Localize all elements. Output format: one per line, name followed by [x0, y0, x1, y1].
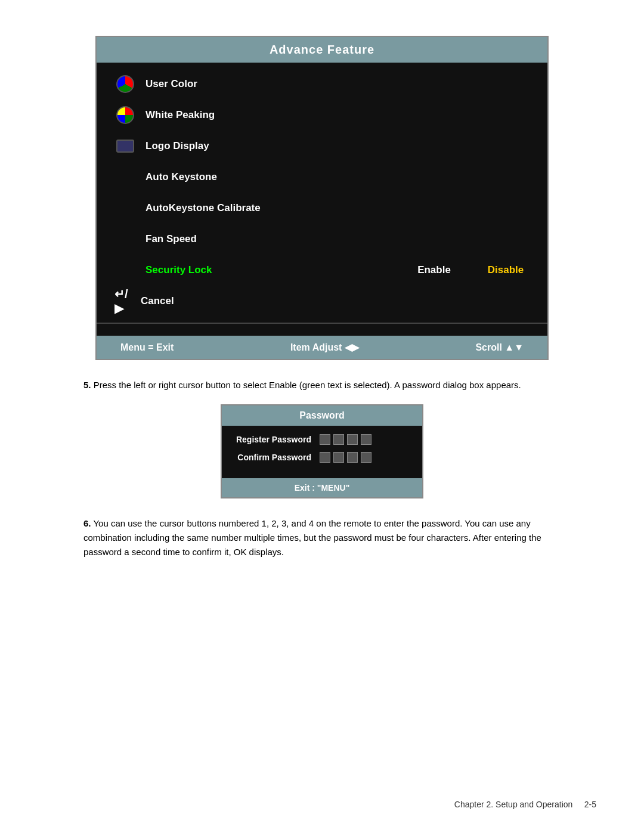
confirm-pw-square-3	[347, 452, 358, 463]
pw-square-3	[347, 434, 358, 445]
page-number: 2-5	[584, 800, 596, 809]
security-lock-disable-option[interactable]: Disable	[482, 264, 530, 276]
pw-square-2	[333, 434, 344, 445]
security-lock-enable-option[interactable]: Enable	[410, 264, 458, 276]
confirm-pw-square-4	[361, 452, 371, 463]
footer-scroll: Scroll ▲▼	[475, 342, 524, 353]
confirm-pw-square-1	[320, 452, 330, 463]
confirm-password-label: Confirm Password	[234, 453, 311, 462]
chapter-label: Chapter 2. Setup and Operation	[454, 800, 572, 809]
menu-item-security-lock[interactable]: Security Lock Enable Disable	[97, 255, 547, 286]
auto-keystone-icon	[114, 166, 136, 188]
adjust-arrows-icon: ◀▶	[345, 342, 359, 352]
menu-item-autokeystone-calibrate[interactable]: AutoKeystone Calibrate	[97, 193, 547, 224]
pw-square-4	[361, 434, 371, 445]
confirm-password-squares	[320, 452, 371, 463]
register-password-squares	[320, 434, 371, 445]
white-peaking-label: White Peaking	[145, 109, 530, 121]
step5-text: Press the left or right cursor button to…	[94, 380, 521, 390]
step6-section: 6. You can use the cursor buttons number…	[83, 516, 561, 559]
security-lock-icon	[114, 259, 136, 281]
menu-item-auto-keystone[interactable]: Auto Keystone	[97, 162, 547, 193]
password-dialog: Password Register Password Confirm Passw…	[221, 404, 423, 498]
autokeystone-calibrate-label: AutoKeystone Calibrate	[145, 202, 530, 214]
confirm-password-row: Confirm Password	[234, 452, 410, 463]
password-dialog-header: Password	[222, 405, 422, 426]
register-password-row: Register Password	[234, 434, 410, 445]
autokeystone-calibrate-icon	[114, 197, 136, 219]
password-dialog-footer: Exit : "MENU"	[222, 478, 422, 497]
menu-item-logo-display[interactable]: Logo Display	[97, 131, 547, 162]
page-footer: Chapter 2. Setup and Operation 2-5	[454, 800, 596, 809]
menu-item-cancel[interactable]: ↵/▶ Cancel	[97, 286, 547, 317]
footer-menu-exit: Menu = Exit	[120, 342, 174, 353]
osd-menu-panel: Advance Feature User Color White Peaking	[95, 36, 549, 360]
auto-keystone-label: Auto Keystone	[145, 171, 530, 183]
cancel-arrow-icon: ↵/▶	[114, 290, 136, 312]
fan-speed-icon	[114, 228, 136, 250]
confirm-pw-square-2	[333, 452, 344, 463]
logo-display-icon	[114, 135, 136, 157]
footer-item-adjust: Item Adjust ◀▶	[290, 342, 359, 353]
menu-item-user-color[interactable]: User Color	[97, 69, 547, 100]
osd-header: Advance Feature	[97, 37, 547, 63]
pw-square-1	[320, 434, 330, 445]
password-dialog-wrapper: Password Register Password Confirm Passw…	[48, 404, 596, 498]
scroll-arrows-icon: ▲▼	[504, 342, 524, 352]
osd-footer: Menu = Exit Item Adjust ◀▶ Scroll ▲▼	[97, 336, 547, 359]
step5-section: 5. Press the left or right cursor button…	[83, 378, 561, 392]
security-lock-label: Security Lock	[145, 264, 410, 276]
user-color-label: User Color	[145, 78, 530, 90]
white-peaking-icon	[114, 104, 136, 126]
password-dialog-body: Register Password Confirm Password	[222, 426, 422, 478]
user-color-icon	[114, 73, 136, 95]
osd-body: User Color White Peaking Logo Display Au…	[97, 63, 547, 336]
step5-number: 5.	[83, 380, 91, 390]
logo-display-label: Logo Display	[145, 140, 530, 152]
menu-item-white-peaking[interactable]: White Peaking	[97, 100, 547, 131]
menu-item-fan-speed[interactable]: Fan Speed	[97, 224, 547, 255]
fan-speed-label: Fan Speed	[145, 233, 530, 245]
step6-text: You can use the cursor buttons numbered …	[83, 518, 541, 557]
register-password-label: Register Password	[234, 435, 311, 444]
step6-number: 6.	[83, 518, 91, 528]
cancel-label: Cancel	[141, 295, 530, 307]
